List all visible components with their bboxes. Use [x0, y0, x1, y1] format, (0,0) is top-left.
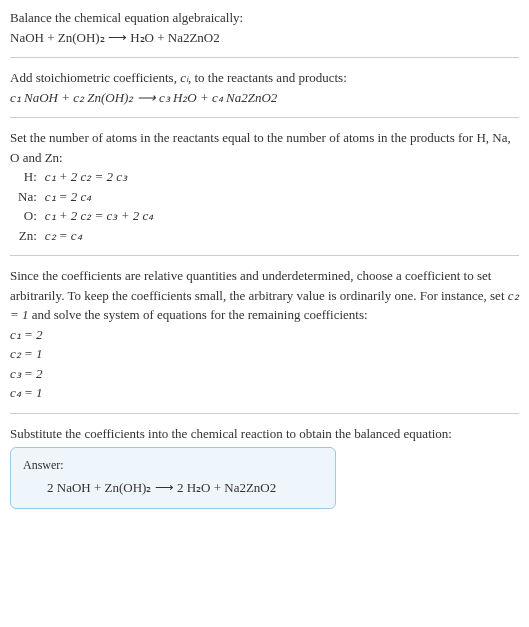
problem-statement: Balance the chemical equation algebraica…: [10, 8, 519, 47]
table-row: H: c₁ + 2 c₂ = 2 c₃: [14, 167, 157, 187]
coefficient-value: c₂ = 1: [10, 344, 519, 364]
coefficient-value: c₁ = 2: [10, 325, 519, 345]
table-row: O: c₁ + 2 c₂ = c₃ + 2 c₄: [14, 206, 157, 226]
atom-equation: c₂ = c₄: [41, 226, 157, 246]
stoich-text-after: , to the reactants and products:: [188, 70, 347, 85]
coefficient-value: c₃ = 2: [10, 364, 519, 384]
divider: [10, 255, 519, 256]
solve-para-a: Since the coefficients are relative quan…: [10, 268, 508, 303]
stoich-equation: c₁ NaOH + c₂ Zn(OH)₂ ⟶ c₃ H₂O + c₄ Na2Zn…: [10, 88, 519, 108]
stoich-ci: cᵢ: [180, 70, 188, 85]
answer-label: Answer:: [23, 456, 323, 474]
substitute-section: Substitute the coefficients into the che…: [10, 424, 519, 444]
answer-equation: 2 NaOH + Zn(OH)₂ ⟶ 2 H₂O + Na2ZnO2: [23, 478, 323, 498]
divider: [10, 413, 519, 414]
stoich-text-before: Add stoichiometric coefficients,: [10, 70, 180, 85]
atom-equation: c₁ + 2 c₂ = 2 c₃: [41, 167, 157, 187]
atom-balance-table: H: c₁ + 2 c₂ = 2 c₃ Na: c₁ = 2 c₄ O: c₁ …: [14, 167, 157, 245]
answer-box: Answer: 2 NaOH + Zn(OH)₂ ⟶ 2 H₂O + Na2Zn…: [10, 447, 336, 509]
table-row: Na: c₁ = 2 c₄: [14, 187, 157, 207]
atom-label: H:: [14, 167, 41, 187]
atom-label: Zn:: [14, 226, 41, 246]
divider: [10, 57, 519, 58]
divider: [10, 117, 519, 118]
coefficient-value: c₄ = 1: [10, 383, 519, 403]
coefficient-list: c₁ = 2 c₂ = 1 c₃ = 2 c₄ = 1: [10, 325, 519, 403]
solve-paragraph: Since the coefficients are relative quan…: [10, 266, 519, 325]
atom-label: Na:: [14, 187, 41, 207]
solve-para-b: and solve the system of equations for th…: [29, 307, 368, 322]
table-row: Zn: c₂ = c₄: [14, 226, 157, 246]
substitute-text: Substitute the coefficients into the che…: [10, 424, 519, 444]
atom-balance-section: Set the number of atoms in the reactants…: [10, 128, 519, 245]
atom-label: O:: [14, 206, 41, 226]
stoich-text: Add stoichiometric coefficients, cᵢ, to …: [10, 68, 519, 88]
problem-line1: Balance the chemical equation algebraica…: [10, 8, 519, 28]
atom-equation: c₁ + 2 c₂ = c₃ + 2 c₄: [41, 206, 157, 226]
atom-balance-intro: Set the number of atoms in the reactants…: [10, 128, 519, 167]
stoich-section: Add stoichiometric coefficients, cᵢ, to …: [10, 68, 519, 107]
atom-equation: c₁ = 2 c₄: [41, 187, 157, 207]
problem-equation: NaOH + Zn(OH)₂ ⟶ H₂O + Na2ZnO2: [10, 28, 519, 48]
solve-section: Since the coefficients are relative quan…: [10, 266, 519, 403]
